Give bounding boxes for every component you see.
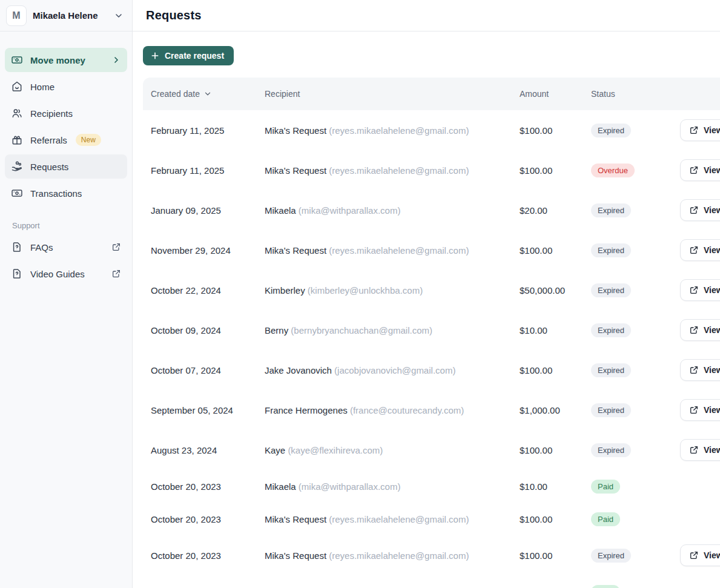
status-badge: Expired	[591, 443, 631, 457]
support-section-label: Support	[0, 221, 132, 230]
view-button-label: View	[704, 285, 720, 295]
view-button-label: View	[704, 245, 720, 255]
view-request-button[interactable]: View	[680, 159, 720, 181]
created-date-cell: October 09, 2024	[151, 325, 265, 335]
status-badge: Expired	[591, 283, 631, 297]
recipient-email: (kaye@flexihireva.com)	[288, 445, 383, 455]
status-badge: Expired	[591, 363, 631, 377]
external-link-icon	[689, 245, 699, 255]
recipients-icon	[11, 107, 23, 119]
sidebar-item-home[interactable]: Home	[5, 74, 127, 99]
sidebar-item-referrals[interactable]: Referrals New	[5, 128, 127, 152]
table-row: October 20, 2023 Mikaela (mika@withparal…	[143, 470, 720, 503]
status-badge: Paid	[591, 585, 620, 588]
table-row: February 11, 2025 Mika's Request (reyes.…	[143, 110, 720, 150]
recipient-email: (kimberley@unlockhba.com)	[308, 285, 423, 296]
status-badge: Expired	[591, 203, 631, 217]
view-request-button[interactable]: View	[680, 399, 720, 421]
amount-cell: $1,000.00	[520, 405, 591, 415]
recipient-cell: Mika's Request (reyes.mikaelahelene@gmai…	[265, 245, 520, 256]
document-question-icon	[11, 268, 23, 280]
created-date-cell: January 09, 2025	[151, 205, 265, 216]
recipient-cell: Jake Jovanovich (jacobjovanovich@gmail.c…	[265, 365, 520, 375]
view-request-button[interactable]: View	[680, 279, 720, 301]
created-date-cell: October 20, 2023	[151, 550, 265, 561]
column-header-recipient: Recipient	[265, 89, 520, 99]
status-badge: Paid	[591, 480, 620, 494]
action-cell: View	[680, 119, 720, 141]
column-header-created-date[interactable]: Created date	[151, 89, 265, 99]
view-request-button[interactable]: View	[680, 319, 720, 341]
view-request-button[interactable]: View	[680, 239, 720, 261]
sidebar-item-faqs[interactable]: FAQs	[5, 235, 127, 259]
hand-coins-icon	[11, 160, 23, 173]
status-cell: Expired	[591, 363, 680, 377]
amount-cell: $100.00	[520, 514, 591, 524]
create-request-button[interactable]: Create request	[143, 46, 234, 65]
status-cell: Expired	[591, 203, 680, 217]
sidebar-item-label: FAQs	[30, 242, 53, 253]
amount-cell: $10.00	[520, 325, 591, 335]
view-request-button[interactable]: View	[680, 199, 720, 221]
sidebar-item-label: Recipients	[30, 108, 73, 119]
sidebar-item-video-guides[interactable]: Video Guides	[5, 262, 127, 286]
app-window: M Mikaela Helene Move money Home	[0, 0, 720, 588]
amount-cell: $100.00	[520, 165, 591, 176]
recipient-name: Mika's Request	[265, 245, 326, 256]
view-button-label: View	[704, 550, 720, 560]
recipient-cell: Kaye (kaye@flexihireva.com)	[265, 445, 520, 455]
created-date-cell: October 20, 2023	[151, 481, 265, 492]
view-request-button[interactable]: View	[680, 359, 720, 381]
table-row: October 20, 2023 Mika's Request (reyes.m…	[143, 575, 720, 588]
recipient-name: Mika's Request	[265, 550, 326, 561]
sidebar-item-recipients[interactable]: Recipients	[5, 101, 127, 125]
new-badge: New	[76, 134, 101, 146]
status-cell: Expired	[591, 443, 680, 457]
view-request-button[interactable]: View	[680, 439, 720, 461]
status-badge: Expired	[591, 243, 631, 257]
view-request-button[interactable]: View	[680, 544, 720, 566]
sidebar-item-requests[interactable]: Requests	[5, 154, 127, 179]
recipient-cell: Mikaela (mika@withparallax.com)	[265, 205, 520, 216]
requests-table: Created date Recipient Amount Status Feb…	[143, 78, 720, 588]
view-request-button[interactable]: View	[680, 119, 720, 141]
account-switcher[interactable]: M Mikaela Helene	[0, 0, 132, 31]
table-header-row: Created date Recipient Amount Status	[143, 78, 720, 110]
main-content: Requests Create request Created date	[133, 0, 720, 588]
column-header-amount: Amount	[520, 89, 591, 99]
page-header: Requests	[133, 0, 720, 31]
status-cell: Expired	[591, 323, 680, 337]
amount-cell: $20.00	[520, 205, 591, 216]
action-cell: View	[680, 319, 720, 341]
recipient-cell: Mika's Request (reyes.mikaelahelene@gmai…	[265, 125, 520, 136]
external-link-icon	[689, 550, 699, 560]
view-button-label: View	[704, 325, 720, 335]
table-row: October 20, 2023 Mika's Request (reyes.m…	[143, 535, 720, 575]
chevron-down-icon	[114, 11, 124, 21]
table-row: October 22, 2024 Kimberley (kimberley@un…	[143, 270, 720, 310]
sidebar-item-move-money[interactable]: Move money	[5, 48, 127, 72]
view-button-label: View	[704, 205, 720, 215]
recipient-cell: Kimberley (kimberley@unlockhba.com)	[265, 285, 520, 296]
status-badge: Expired	[591, 403, 631, 417]
status-cell: Paid	[591, 585, 680, 588]
amount-cell: $100.00	[520, 550, 591, 561]
recipient-email: (mika@withparallax.com)	[299, 481, 401, 492]
table-row: February 11, 2025 Mika's Request (reyes.…	[143, 150, 720, 190]
recipient-name: Mikaela	[265, 205, 296, 216]
sidebar-item-transactions[interactable]: Transactions	[5, 181, 127, 205]
sidebar: M Mikaela Helene Move money Home	[0, 0, 133, 588]
external-link-icon	[689, 165, 699, 175]
sidebar-item-label: Requests	[30, 162, 68, 172]
banknote-icon	[11, 54, 23, 66]
action-cell: View	[680, 279, 720, 301]
recipient-cell: Mika's Request (reyes.mikaelahelene@gmai…	[265, 514, 520, 524]
recipient-name: Kimberley	[265, 285, 305, 296]
view-button-label: View	[704, 365, 720, 375]
chevron-right-icon	[111, 55, 121, 65]
avatar: M	[6, 5, 27, 26]
recipient-name: Mika's Request	[265, 165, 326, 176]
user-name: Mikaela Helene	[33, 10, 98, 21]
recipient-email: (mika@withparallax.com)	[299, 205, 401, 216]
table-row: October 09, 2024 Berny (bernybryanchuach…	[143, 310, 720, 350]
